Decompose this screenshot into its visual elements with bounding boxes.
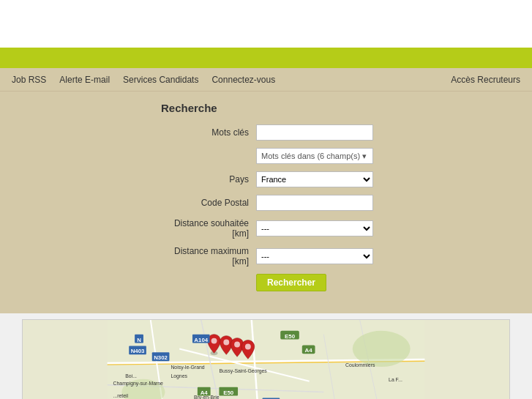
mots-cles-dropdown-text: Mots clés dans (6 champ(s) ▾ [261, 152, 367, 161]
svg-text:A104: A104 [194, 337, 208, 343]
svg-text:E50: E50 [223, 389, 234, 396]
svg-text:Champigny-sur-Marne: Champigny-sur-Marne [113, 381, 164, 387]
svg-text:...reteil: ...reteil [113, 393, 129, 398]
code-postal-label: Code Postal [161, 198, 256, 208]
distance-max-label: Distance maximum [km] [161, 246, 256, 266]
nav-job-rss[interactable]: Job RSS [12, 75, 46, 85]
svg-point-18 [211, 338, 217, 344]
pays-select[interactable]: France [256, 171, 373, 187]
svg-point-11 [353, 331, 411, 367]
main-content: Recherche Mots clés Mots clés dans (6 ch… [0, 92, 532, 313]
map-area: E50 A4 [22, 319, 510, 399]
rechercher-button[interactable]: Rechercher [256, 274, 326, 291]
nav-connectez-vous[interactable]: Connectez-vous [211, 75, 275, 85]
svg-text:N403: N403 [131, 348, 145, 354]
mots-cles-dropdown[interactable]: Mots clés dans (6 champ(s) ▾ [256, 148, 373, 164]
code-postal-input[interactable] [256, 195, 373, 211]
distance-souhaitee-label: Distance souhaitée [km] [161, 218, 256, 239]
mots-cles-row: Mots clés [161, 124, 517, 141]
distance-souhaitee-row: Distance souhaitée [km] --- [161, 218, 517, 239]
pays-row: Pays France [161, 171, 517, 187]
nav-left: Job RSS Alerte E-mail Services Candidats… [12, 75, 451, 85]
distance-max-row: Distance maximum [km] --- [161, 246, 517, 266]
svg-text:A4: A4 [201, 389, 209, 396]
green-banner [0, 48, 532, 68]
svg-point-20 [234, 342, 240, 348]
svg-text:N: N [137, 337, 141, 343]
distance-souhaitee-select[interactable]: --- [256, 220, 373, 236]
map-svg: E50 A4 [23, 320, 509, 399]
svg-text:Coulommiers: Coulommiers [345, 362, 375, 368]
svg-text:Lognes: Lognes [171, 373, 187, 379]
svg-point-21 [245, 344, 251, 350]
svg-text:N302: N302 [154, 354, 168, 361]
nav-bar: Job RSS Alerte E-mail Services Candidats… [0, 68, 532, 92]
mots-cles-label: Mots clés [161, 127, 256, 138]
top-header [0, 0, 532, 48]
nav-alerte-email[interactable]: Alerte E-mail [59, 75, 110, 85]
svg-text:Noisy-le-Grand: Noisy-le-Grand [171, 365, 204, 370]
nav-services-candidats[interactable]: Services Candidats [123, 75, 198, 85]
code-postal-row: Code Postal [161, 195, 517, 211]
nav-right: Accès Recruteurs [451, 75, 520, 85]
nav-acces-recruteurs[interactable]: Accès Recruteurs [451, 75, 520, 85]
svg-text:La F...: La F... [389, 377, 402, 382]
pays-label: Pays [161, 174, 256, 184]
svg-text:Bussy-Saint-Georges: Bussy-Saint-Georges [219, 368, 267, 374]
map-placeholder: E50 A4 [23, 320, 509, 399]
svg-text:Boi...: Boi... [125, 373, 137, 379]
distance-max-select[interactable]: --- [256, 248, 373, 264]
svg-point-19 [223, 340, 229, 346]
search-panel: Recherche Mots clés Mots clés dans (6 ch… [146, 102, 532, 291]
mots-cles-dropdown-row: Mots clés dans (6 champ(s) ▾ [161, 148, 517, 164]
svg-text:A4: A4 [305, 347, 313, 354]
rechercher-row: Rechercher [161, 274, 517, 291]
search-title: Recherche [161, 102, 517, 114]
svg-text:E50: E50 [285, 333, 296, 340]
mots-cles-input[interactable] [256, 124, 373, 141]
